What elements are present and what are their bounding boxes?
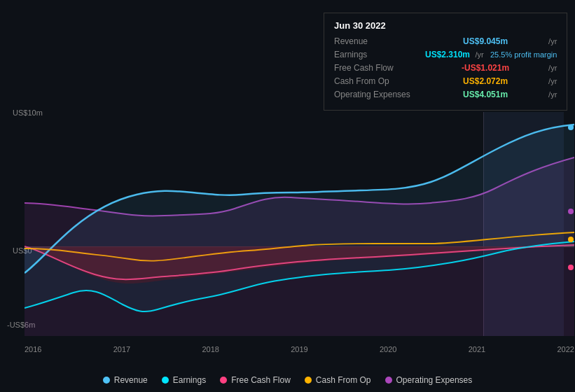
legend-item-fcf[interactable]: Free Cash Flow bbox=[220, 375, 291, 385]
revenue-side-indicator bbox=[568, 125, 574, 130]
opex-side-indicator bbox=[568, 209, 574, 214]
tooltip-opex-suffix: /yr bbox=[548, 90, 557, 99]
tooltip-profit-margin: 25.5% profit margin bbox=[490, 50, 557, 59]
tooltip-revenue-value: US$9.045m bbox=[463, 36, 508, 46]
x-axis-labels: 2016 2017 2018 2019 2020 2021 2022 bbox=[25, 345, 574, 354]
x-label-2020: 2020 bbox=[380, 345, 396, 354]
legend-dot-cfo bbox=[305, 377, 312, 384]
tooltip-fcf-suffix: /yr bbox=[548, 64, 557, 72]
legend-dot-earnings bbox=[162, 377, 169, 384]
tooltip-opex-label: Operating Expenses bbox=[334, 90, 418, 99]
legend-label-opex: Operating Expenses bbox=[396, 375, 473, 385]
legend-label-fcf: Free Cash Flow bbox=[231, 375, 291, 385]
legend-label-cfo: Cash From Op bbox=[316, 375, 371, 385]
tooltip-revenue-label: Revenue bbox=[334, 36, 418, 46]
legend-item-cfo[interactable]: Cash From Op bbox=[305, 375, 371, 385]
legend-label-earnings: Earnings bbox=[173, 375, 206, 385]
chart-svg bbox=[25, 112, 574, 336]
chart-legend: Revenue Earnings Free Cash Flow Cash Fro… bbox=[0, 375, 575, 385]
x-label-2016: 2016 bbox=[25, 345, 41, 354]
legend-item-opex[interactable]: Operating Expenses bbox=[385, 375, 473, 385]
tooltip-fcf-label: Free Cash Flow bbox=[334, 63, 418, 73]
fcf-side-indicator bbox=[568, 265, 574, 270]
legend-item-revenue[interactable]: Revenue bbox=[103, 375, 148, 385]
tooltip-earnings-suffix: /yr bbox=[475, 50, 483, 59]
tooltip-fcf-value: -US$1.021m bbox=[462, 63, 509, 73]
legend-label-revenue: Revenue bbox=[114, 375, 148, 385]
tooltip-fcf-row: Free Cash Flow -US$1.021m /yr bbox=[334, 63, 557, 73]
tooltip-revenue-suffix: /yr bbox=[548, 37, 557, 46]
tooltip-revenue-row: Revenue US$9.045m /yr bbox=[334, 36, 557, 46]
tooltip-opex-value: US$4.051m bbox=[463, 90, 508, 99]
tooltip-opex-row: Operating Expenses US$4.051m /yr bbox=[334, 90, 557, 99]
legend-item-earnings[interactable]: Earnings bbox=[162, 375, 206, 385]
x-label-2022: 2022 bbox=[557, 345, 574, 354]
tooltip-earnings-value: US$2.310m bbox=[425, 50, 470, 59]
legend-dot-fcf bbox=[220, 377, 227, 384]
data-tooltip: Jun 30 2022 Revenue US$9.045m /yr Earnin… bbox=[324, 13, 567, 111]
tooltip-cfo-row: Cash From Op US$2.072m /yr bbox=[334, 76, 557, 86]
tooltip-cfo-suffix: /yr bbox=[548, 77, 557, 85]
tooltip-cfo-value: US$2.072m bbox=[463, 76, 508, 86]
legend-dot-opex bbox=[385, 377, 392, 384]
x-label-2021: 2021 bbox=[469, 345, 485, 354]
x-label-2019: 2019 bbox=[291, 345, 307, 354]
cfo-side-indicator bbox=[568, 237, 574, 242]
tooltip-cfo-label: Cash From Op bbox=[334, 76, 418, 86]
x-label-2017: 2017 bbox=[113, 345, 130, 354]
tooltip-earnings-label: Earnings bbox=[334, 50, 418, 59]
tooltip-earnings-row: Earnings US$2.310m /yr 25.5% profit marg… bbox=[334, 50, 557, 59]
tooltip-date: Jun 30 2022 bbox=[334, 20, 557, 31]
legend-dot-revenue bbox=[103, 377, 110, 384]
x-label-2018: 2018 bbox=[202, 345, 219, 354]
